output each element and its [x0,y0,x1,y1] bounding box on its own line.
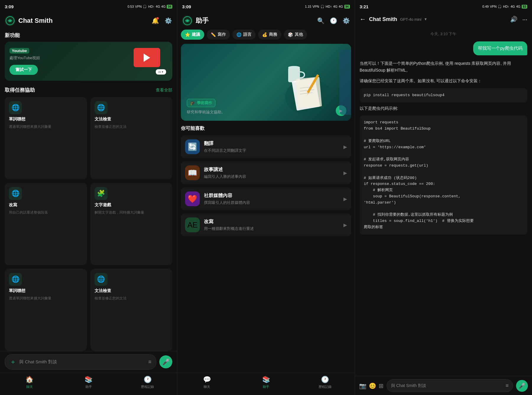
task-icon-2: 🌐 [9,187,22,200]
nav-home-1[interactable]: 🏠 歸天 [0,376,59,389]
assistant-desc-2: 撰寫吸引人的社群媒體內容 [204,200,339,205]
ai-message: 当然可以！下面是一个简单的Python爬虫示例, 使用 requests 库获取… [360,60,527,237]
clock-icon-2[interactable]: 🕐 [330,17,337,24]
assistant-item-0[interactable]: 🔄 翻譯 在不同語言之間翻譯文字 ▶ [181,135,351,158]
task-icon-5: 🌐 [95,273,108,286]
task-card-3[interactable]: 🧩 文字遊戲 解開文字遊戲，同時擴大詞彙量 [90,183,173,265]
camera-icon[interactable]: 📷 [359,382,366,389]
status-time-2: 3:09 [182,4,191,9]
chat-text-input[interactable]: 與 Chat Smith 對談 ≡ [387,379,513,392]
battery-1: 94 [167,5,172,9]
search-icon-2[interactable]: 🔍 [317,17,325,24]
speaker-icon[interactable]: 🔊 [510,16,518,23]
task-card-2[interactable]: 🌐 改寫 用自己的話重述整個段落 [5,183,87,265]
task-desc-1: 檢查並修正您的文法 [95,124,126,129]
second-card-preview [339,50,351,115]
chat-placeholder-1: 與 Chat Smith 對談 [19,359,57,365]
task-desc-2: 用自己的話重述整個段落 [9,210,48,215]
panel-chat: 3:21 0.49 VPN 🎧 HD↑ 4G 4G 93 ← Chat Smit… [355,0,532,395]
status-icons-2: 1.15 VPN 🎧 HD↑ 4G 4G 94 [305,5,350,9]
tab-write[interactable]: ✏️ 寫作 [207,30,230,40]
face-icon[interactable]: 😊 [369,382,376,389]
try-button[interactable]: 嘗試一下 [9,65,38,75]
tab-language[interactable]: 🌐 語言 [232,30,256,40]
feature-showcase[interactable]: 🎓 學術寫作 研究和學術論文協助。 ▶ [181,44,351,121]
app-header-1: Chat Smith 🔔 ⚙️ [0,13,177,30]
chat-mic-btn[interactable]: 🎤 [516,380,528,392]
chat-header: ← Chat Smith GPT-4o mini ▼ 🔊 ··· [355,13,532,27]
history-icon-1: 🕐 [144,376,152,383]
ai-text-1: 当然可以！下面是一个简单的Python爬虫示例, 使用 requests 库获取… [360,60,527,74]
notif-dot [156,17,159,20]
assistant-title: 助手 [196,16,209,25]
svg-point-5 [186,20,188,22]
battery-2: 94 [344,5,350,9]
ai-text-2: 请确保您已经安装了这两个库。如果没有, 可以通过以下命令安装： [360,78,527,85]
history-nav-icon-2: 🕐 [321,376,329,383]
status-time-3: 3:21 [360,4,369,9]
assistant-desc-3: 用一種措辭來對概念進行重述 [204,226,339,231]
you-like-title: 你可能喜歡 [181,125,351,132]
nav-chat-2[interactable]: 💬 聊天 [177,376,236,389]
task-name-5: 文法檢查 [95,288,111,294]
app-logo-2 [182,15,193,26]
svg-point-2 [9,20,11,22]
nav-history-label-1: 歷程記錄 [141,385,154,389]
notification-btn-1[interactable]: 🔔 [151,17,159,25]
assistant-icon-rewrite: AE [185,217,200,232]
status-bar-2: 3:09 1.15 VPN 🎧 HD↑ 4G 4G 94 [177,0,354,13]
status-icons-3: 0.49 VPN 🎧 HD↑ 4G 4G 93 [482,5,527,9]
svg-point-8 [288,66,300,69]
ai-content: 当然可以！下面是一个简单的Python爬虫示例, 使用 requests 库获取… [360,60,527,237]
assistant-name-3: 改寫 [204,219,339,225]
assistant-icon-translate: 🔄 [185,139,200,154]
task-card-5[interactable]: 🌐 文法檢查 檢查並修正您的文法 [90,269,173,351]
settings-icon-2[interactable]: ⚙️ [343,17,350,24]
app-title-1: Chat Smith [18,17,53,25]
chat-input-1[interactable]: ＋ 與 Chat Smith 對談 ≡ [5,354,156,370]
tab-suggest[interactable]: ⭐ 建議 [181,30,204,40]
assistant-item-1[interactable]: 📖 故事講述 編寫引人入勝的述事內容 ▶ [181,161,351,184]
assistant-item-2[interactable]: ❤️ 社群媒體內容 撰寫吸引人的社群媒體內容 ▶ [181,187,351,210]
bottom-nav-2: 💬 聊天 📚 助手 🕐 歷程記錄 [177,373,354,395]
task-desc-5: 檢查並修正您的文法 [95,296,126,301]
task-icon-0: 🌐 [9,101,22,114]
nav-history-2[interactable]: 🕐 歷程記錄 [296,376,355,389]
assistant-desc-0: 在不同語言之間翻譯文字 [204,148,339,153]
mic-btn-1[interactable]: 🎤 [159,355,172,368]
status-bar-3: 3:21 0.49 VPN 🎧 HD↑ 4G 4G 93 [355,0,532,13]
bottom-input-bar-1: ＋ 與 Chat Smith 對談 ≡ 🎤 [0,351,177,373]
nav-assistant-1[interactable]: 📚 助手 [59,376,118,389]
model-dropdown-icon[interactable]: ▼ [424,17,427,21]
view-all-link[interactable]: 查看全部 [156,88,172,93]
task-desc-3: 解開文字遊戲，同時擴大詞彙量 [95,210,144,215]
bottom-nav-1: 🏠 歸天 📚 助手 🕐 歷程記錄 [0,373,177,395]
assistant-icon-1: 📚 [85,376,93,383]
feature-tag: Youtube [9,48,29,54]
status-icons-1: 0.53 VPN 🎧 HD↑ 4G 4G 94 [127,5,172,9]
main-code-block: import requests from bs4 import Beautifu… [360,115,527,234]
tab-business[interactable]: 💰 商務 [258,30,281,40]
arrow-icon-2: ▶ [343,196,347,202]
task-card-0[interactable]: 🌐 單詞聯想 透過單詞聯想來擴大詞彙量 [5,97,87,179]
assistant-item-3[interactable]: AE 改寫 用一種措辭來對概念進行重述 ▶ [181,213,351,236]
task-name-2: 改寫 [9,202,17,208]
settings-btn-1[interactable]: ⚙️ [164,17,172,25]
grid-icon[interactable]: ⊞ [379,382,384,389]
tab-other[interactable]: 🎲 其他 [284,30,307,40]
nav-assistant-2[interactable]: 📚 助手 [236,376,296,389]
assistant-name-1: 故事講述 [204,167,339,173]
task-card-1[interactable]: 🌐 文法檢查 檢查並修正您的文法 [90,97,173,179]
model-name: GPT-4o mini [400,17,421,22]
arrow-icon-1: ▶ [343,170,347,176]
task-icon-3: 🧩 [95,187,108,200]
back-button[interactable]: ← [360,15,366,23]
assistant-nav-icon-2: 📚 [262,376,270,383]
lines-icon-1: ≡ [148,359,152,365]
assistant-name-2: 社群媒體內容 [204,193,339,199]
assistant-icon-social: ❤️ [185,191,200,206]
nav-history-1[interactable]: 🕐 歷程記錄 [118,376,177,389]
assistant-icon-story: 📖 [185,165,200,180]
more-icon[interactable]: ··· [522,16,527,23]
task-card-4[interactable]: 🌐 單詞聯想 透過單詞聯想來擴大詞彙量 [5,269,87,351]
